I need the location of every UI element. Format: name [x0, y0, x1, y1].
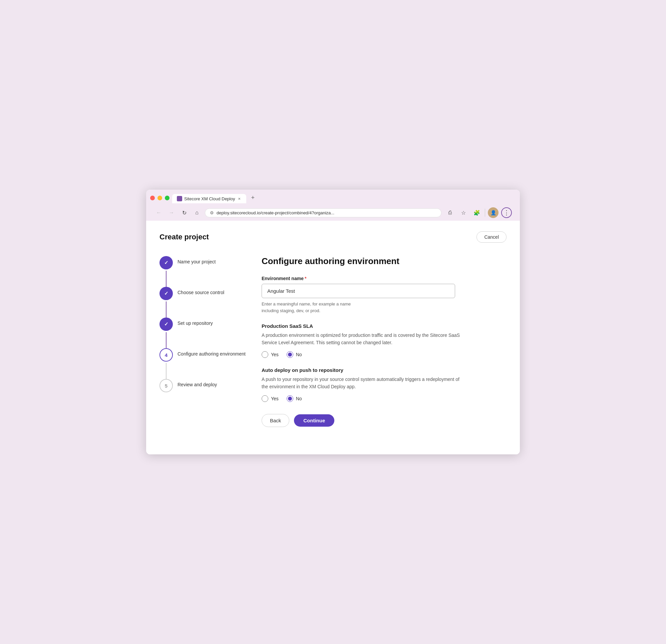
form-heading: Configure authoring environment [262, 256, 507, 267]
browser-action-buttons: ⎙ ☆ 🧩 👤 ⋮ [445, 207, 512, 218]
step-1-connector [166, 271, 166, 288]
browser-titlebar: Sitecore XM Cloud Deploy ✕ + ← → ↻ ⌂ ⚙ d… [146, 190, 520, 221]
step-4-circle: 4 [159, 348, 173, 361]
step-2-label: Choose source control [177, 287, 224, 295]
new-tab-button[interactable]: + [248, 192, 258, 203]
environment-name-label: Environment name* [262, 276, 507, 281]
extensions-button[interactable]: 🧩 [472, 207, 482, 218]
forward-nav-button[interactable]: → [167, 208, 176, 217]
browser-tab-active[interactable]: Sitecore XM Cloud Deploy ✕ [172, 194, 246, 203]
window-close-button[interactable] [150, 196, 155, 200]
production-saas-radio-group: Yes No [262, 351, 507, 358]
back-button[interactable]: Back [262, 414, 289, 427]
step-2-circle: ✓ [159, 287, 173, 300]
browser-menu-button[interactable]: ⋮ [501, 207, 512, 218]
step-3: ✓ Set up repository [159, 318, 246, 331]
auto-deploy-desc: A push to your repository in your source… [262, 376, 462, 391]
step-4-label: Configure authoring environment [177, 348, 246, 357]
step-5-number: 5 [165, 383, 168, 389]
tab-close-button[interactable]: ✕ [237, 196, 242, 201]
step-1-label: Name your project [177, 256, 215, 265]
address-bar: ← → ↻ ⌂ ⚙ deploy.sitecorecloud.io/create… [150, 205, 516, 221]
step-4-number: 4 [165, 352, 168, 358]
back-nav-button[interactable]: ← [154, 208, 163, 217]
production-no-label: No [296, 352, 302, 357]
step-3-label: Set up repository [177, 318, 213, 326]
form-area: Configure authoring environment Environm… [262, 256, 507, 427]
divider [485, 209, 485, 217]
cancel-button[interactable]: Cancel [476, 231, 507, 243]
step-2: ✓ Choose source control [159, 287, 246, 300]
auto-yes-label: Yes [271, 396, 279, 401]
production-saas-title: Production SaaS SLA [262, 323, 507, 329]
window-minimize-button[interactable] [157, 196, 162, 200]
auto-yes-option[interactable]: Yes [262, 395, 279, 402]
home-button[interactable]: ⌂ [192, 208, 201, 217]
step-5-label: Review and deploy [177, 379, 217, 388]
browser-window: Sitecore XM Cloud Deploy ✕ + ← → ↻ ⌂ ⚙ d… [146, 190, 520, 454]
auto-no-radio[interactable] [287, 395, 293, 402]
auto-no-label: No [296, 396, 302, 401]
form-buttons: Back Continue [262, 414, 507, 427]
production-yes-label: Yes [271, 352, 279, 357]
spacer-3 [159, 331, 246, 348]
tab-strip: Sitecore XM Cloud Deploy ✕ + [172, 192, 258, 203]
production-yes-option[interactable]: Yes [262, 351, 279, 358]
window-controls: Sitecore XM Cloud Deploy ✕ + [150, 192, 516, 203]
production-no-radio[interactable] [287, 351, 293, 358]
step-5: 5 Review and deploy [159, 379, 246, 392]
step-3-circle: ✓ [159, 318, 173, 331]
step-1-circle: ✓ [159, 256, 173, 269]
production-no-option[interactable]: No [287, 351, 302, 358]
step-4-connector [166, 363, 166, 380]
step-1-checkmark: ✓ [164, 260, 169, 266]
step-1: ✓ Name your project [159, 256, 246, 269]
step-2-connector [166, 302, 166, 319]
tab-favicon [177, 196, 182, 201]
url-bar[interactable]: ⚙ deploy.sitecorecloud.io/create-project… [205, 208, 441, 217]
auto-deploy-radio-group: Yes No [262, 395, 507, 402]
environment-name-input[interactable] [262, 284, 455, 298]
continue-button[interactable]: Continue [294, 414, 334, 427]
production-saas-desc: A production environment is optimized fo… [262, 332, 462, 346]
auto-deploy-title: Auto deploy on push to repository [262, 367, 507, 373]
auto-deploy-section: Auto deploy on push to repository A push… [262, 367, 507, 402]
page-content: Create project Cancel ✓ Name your projec… [146, 221, 520, 454]
auto-yes-radio[interactable] [262, 395, 268, 402]
step-5-circle: 5 [159, 379, 173, 392]
spacer-1 [159, 269, 246, 287]
main-layout: ✓ Name your project ✓ [159, 256, 507, 427]
page-title: Create project [159, 233, 209, 241]
bookmark-button[interactable]: ☆ [458, 207, 469, 218]
cast-button[interactable]: ⎙ [445, 207, 455, 218]
auto-no-option[interactable]: No [287, 395, 302, 402]
stepper: ✓ Name your project ✓ [159, 256, 246, 427]
spacer-2 [159, 300, 246, 318]
spacer-4 [159, 361, 246, 379]
step-3-connector [166, 332, 166, 350]
tab-title: Sitecore XM Cloud Deploy [184, 196, 235, 201]
refresh-button[interactable]: ↻ [179, 208, 189, 217]
url-security-icon: ⚙ [210, 210, 214, 215]
page-header: Create project Cancel [159, 231, 507, 243]
step-3-checkmark: ✓ [164, 321, 169, 327]
production-saas-section: Production SaaS SLA A production environ… [262, 323, 507, 358]
profile-avatar-button[interactable]: 👤 [488, 207, 498, 218]
step-4: 4 Configure authoring environment [159, 348, 246, 361]
window-maximize-button[interactable] [165, 196, 170, 200]
production-yes-radio[interactable] [262, 351, 268, 358]
url-text: deploy.sitecorecloud.io/create-project/c… [216, 210, 334, 215]
environment-name-hint: Enter a meaningful name, for example a n… [262, 301, 507, 314]
step-2-checkmark: ✓ [164, 290, 169, 296]
environment-name-field: Environment name* Enter a meaningful nam… [262, 276, 507, 314]
required-indicator: * [305, 276, 306, 281]
